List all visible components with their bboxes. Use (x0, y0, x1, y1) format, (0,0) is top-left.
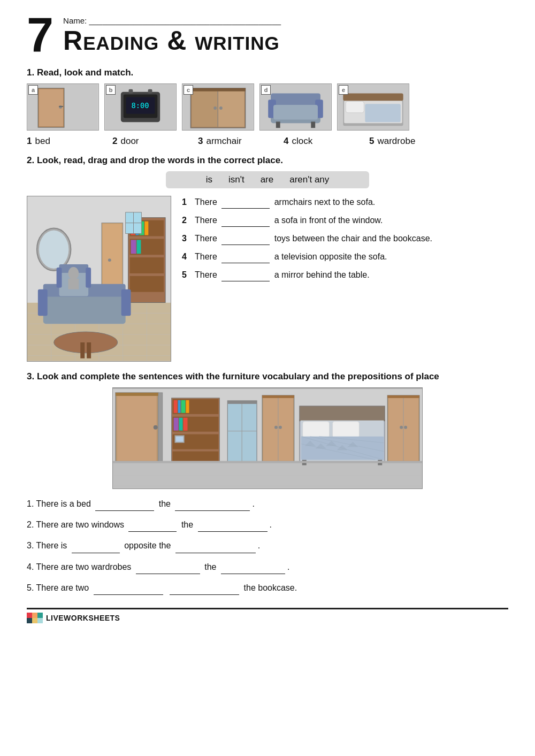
comp-blank-5a[interactable] (94, 594, 163, 595)
svg-point-66 (108, 258, 111, 262)
word-isnt[interactable]: isn't (228, 174, 244, 185)
svg-rect-4 (59, 106, 63, 107)
sentence-item-1: 1 There armchairs next to the sofa. (182, 196, 508, 209)
label-3: 3 armchair (198, 136, 284, 147)
comp-blank-5b[interactable] (170, 594, 239, 595)
svg-rect-72 (80, 342, 85, 358)
svg-rect-92 (173, 452, 219, 461)
badge-b: b (106, 85, 116, 95)
label-num-4: 4 (284, 136, 288, 147)
svg-rect-96 (186, 400, 189, 413)
svg-rect-67 (43, 295, 126, 324)
label-1: 1 bed (27, 136, 112, 147)
comp-blank-2a[interactable] (128, 531, 177, 532)
svg-rect-134 (387, 395, 419, 398)
svg-rect-115 (303, 422, 330, 438)
svg-rect-105 (227, 401, 257, 404)
section2: 2. Look, read, drag and drop the words i… (27, 155, 508, 362)
living-room-image (27, 196, 171, 362)
svg-rect-84 (117, 394, 157, 461)
sentence-text-4: There a television opposite the sofa. (195, 250, 508, 263)
word-is[interactable]: is (206, 174, 212, 185)
svg-rect-54 (130, 276, 164, 292)
badge-e: e (339, 85, 348, 95)
name-underline: ________________________________________… (89, 16, 281, 25)
sentence-item-4: 4 There a television opposite the sofa. (182, 250, 508, 263)
image-a: a (27, 83, 99, 131)
comp-sentence-3: 3. There is opposite the . (27, 538, 508, 553)
word-arentany[interactable]: aren't any (289, 174, 329, 185)
sentence-num-3: 3 (182, 232, 192, 245)
image-c: c (182, 83, 254, 131)
svg-rect-86 (116, 393, 158, 396)
comp-blank-3b[interactable] (175, 553, 256, 553)
badge-c: c (184, 85, 193, 95)
blank-3[interactable] (221, 245, 270, 245)
image-d: d (259, 83, 332, 131)
completion-sentences: 1. There is a bed the . 2. There are two… (27, 497, 508, 595)
blank-1[interactable] (221, 208, 270, 209)
badge-d: d (261, 85, 271, 95)
sentences-list: 1 There armchairs next to the sofa. 2 Th… (182, 196, 508, 287)
comp-blank-4b[interactable] (221, 574, 285, 574)
sentence-text-2: There a sofa in front of the window. (195, 214, 508, 227)
svg-rect-113 (300, 406, 385, 421)
svg-rect-101 (176, 437, 184, 442)
bedroom-svg (113, 387, 422, 488)
svg-rect-11 (129, 89, 133, 94)
sentence-text-5: There a mirror behind the table. (195, 269, 508, 281)
svg-rect-94 (178, 400, 181, 413)
svg-rect-143 (27, 618, 32, 623)
svg-rect-136 (113, 387, 422, 389)
word-bank: is isn't are aren't any (166, 171, 369, 188)
liveworksheets-logo (27, 613, 43, 623)
svg-rect-77 (86, 268, 91, 288)
header-right: Name: __________________________________… (63, 16, 281, 56)
comp-blank-4a[interactable] (136, 574, 200, 574)
section2-body: 1 There armchairs next to the sofa. 2 Th… (27, 196, 508, 362)
svg-rect-97 (174, 418, 179, 431)
label-text-5: wardrobe (377, 136, 415, 147)
page-header: 7 Name: ________________________________… (27, 16, 508, 59)
label-5: 5 wardrobe (369, 136, 455, 147)
name-field: Name: __________________________________… (63, 16, 281, 25)
svg-rect-34 (343, 94, 403, 101)
svg-point-49 (39, 231, 69, 269)
svg-rect-59 (131, 240, 136, 254)
svg-point-110 (279, 426, 282, 429)
comp-blank-3a[interactable] (72, 553, 120, 553)
labels-row: 1 bed 2 door 3 armchair 4 clock 5 wardro… (27, 136, 508, 147)
bedroom-image (112, 387, 423, 489)
svg-rect-69 (38, 289, 48, 316)
logo-svg (27, 613, 43, 623)
svg-point-109 (274, 426, 278, 429)
blank-2[interactable] (221, 226, 270, 227)
svg-rect-140 (27, 613, 32, 618)
svg-point-78 (68, 267, 79, 280)
svg-point-19 (219, 106, 223, 110)
sentence-item-3: 3 There toys between the chair and the b… (182, 232, 508, 245)
svg-rect-12 (148, 89, 152, 94)
svg-rect-73 (87, 342, 91, 358)
page-footer: LIVEWORKSHEETS (27, 608, 508, 623)
svg-rect-53 (130, 257, 164, 273)
comp-blank-1b[interactable] (175, 510, 250, 511)
label-text-2: door (120, 136, 139, 147)
sentence-text-3: There toys between the chair and the boo… (195, 232, 508, 245)
word-are[interactable]: are (261, 174, 274, 185)
svg-rect-20 (190, 88, 246, 91)
comp-sentence-2: 2. There are two windows the . (27, 517, 508, 532)
blank-4[interactable] (221, 263, 270, 263)
comp-sentence-1: 1. There is a bed the . (27, 497, 508, 511)
svg-rect-142 (37, 613, 43, 618)
svg-rect-27 (276, 121, 280, 128)
sentence-item-2: 2 There a sofa in front of the window. (182, 214, 508, 227)
comp-blank-2b[interactable] (198, 531, 268, 532)
svg-rect-58 (144, 222, 148, 235)
svg-rect-111 (262, 395, 294, 398)
comp-blank-1a[interactable] (95, 510, 154, 511)
svg-rect-76 (57, 268, 62, 288)
svg-rect-116 (333, 422, 360, 438)
blank-5[interactable] (221, 281, 270, 281)
label-text-3: armchair (206, 136, 241, 147)
